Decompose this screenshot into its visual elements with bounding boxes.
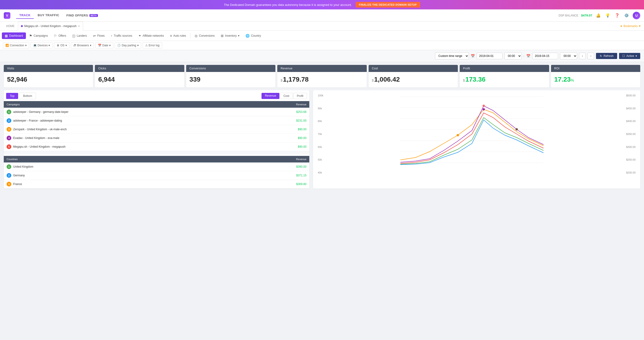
nav-inventory[interactable]: ⊞ Inventory ▾ [218,32,242,39]
tab-label: Megapu.sh - United Kingdom - megapush [24,24,76,28]
campaign-name-cell: 4 Evadav - United Kingdom - eva-male [4,134,251,142]
active-button[interactable]: ☐ Active ▾ [619,53,640,59]
country-name: United Kingdom [13,165,33,168]
date-icon: 📅 [98,44,102,47]
y-label-4: 70k [318,133,324,135]
campaign-name-cell: 3 Zeropark - United Kingdom - uk-male-en… [4,125,251,134]
nav-campaigns[interactable]: ⚑ Campaigns [26,32,51,39]
error-icon: ⚠ [145,44,148,47]
nav-separator [190,33,190,38]
lightbulb-icon[interactable]: 💡 [604,12,611,18]
devices-filter[interactable]: 💻 Devices ▾ [30,42,53,48]
countries-table: Countries Revenue 1 United Kingdom $390.… [4,156,309,189]
date-to-input[interactable] [532,53,558,59]
nav-landers[interactable]: ◫ Landers [70,32,90,39]
stat-cost: Cost $1,006.42 [368,65,458,87]
row-number: 3 [6,182,11,186]
dsp-amount: $479.07 [581,14,592,17]
gear-icon[interactable]: ⚙️ [623,12,630,18]
svg-point-9 [457,134,459,136]
header-right: DSP BALANCE $479.07 🔔 💡 ❓ ⚙️ U [558,12,640,19]
nav-find-offers[interactable]: FIND OFFERS beta [63,12,101,19]
table-row[interactable]: 3 Zeropark - United Kingdom - uk-male-en… [4,125,309,134]
browsers-filter[interactable]: 🗗 Browsers ▾ [71,42,94,48]
table-row[interactable]: 1 adskeeper - Germany - germany-date-kep… [4,108,309,116]
question-icon[interactable]: ❓ [614,12,620,18]
table-row[interactable]: 2 adskeeper - France - adskeeper-dating … [4,116,309,125]
avatar[interactable]: U [633,12,640,19]
os-filter[interactable]: 🖥 OS ▾ [54,42,69,48]
country-name-cell: 3 France [4,180,208,189]
connection-icon: 📶 [6,44,9,47]
inventory-icon: ⊞ [221,34,224,38]
tab-top[interactable]: Top [6,93,18,99]
table-row[interactable]: 4 Evadav - United Kingdom - eva-male $90… [4,134,309,142]
y-label-3: 80k [318,120,324,122]
y-right-label-2: $450.00 [626,107,636,110]
auto-rules-icon: ≡ [170,34,172,38]
next-arrow[interactable]: › [588,53,594,59]
svg-point-10 [516,128,518,130]
table-row[interactable]: 2 Germany $371.15 [4,171,309,180]
metric-cost[interactable]: Cost [280,93,293,99]
nav-conversions[interactable]: ◎ Conversions [192,32,218,39]
prev-arrow[interactable]: ‹ [579,53,586,59]
nav-offers[interactable]: ⚐ Offers [51,32,69,39]
y-label-5: 60k [318,146,324,148]
stat-revenue: Revenue $1,179.78 [277,65,366,87]
nav-flows[interactable]: ⇌ Flows [90,32,107,39]
metric-profit[interactable]: Profit [293,93,307,99]
bottom-section: Top Bottom Revenue Cost Profit Campaigns… [0,90,644,192]
day-parting-filter[interactable]: 🕐 Day parting ▾ [115,42,141,48]
countries-col-header: Countries [4,156,208,162]
landers-icon: ◫ [72,34,75,38]
connection-filter[interactable]: 📶 Connection ▾ [3,42,29,48]
flows-icon: ⇌ [93,34,96,38]
y-right-label-4: $350.00 [626,133,636,135]
tab-active[interactable]: Megapu.sh - United Kingdom - megapush ✕ [18,22,83,30]
nav-buy-traffic[interactable]: BUY TRAFFIC [34,12,62,19]
bell-icon[interactable]: 🔔 [595,12,602,18]
row-number: 1 [6,164,11,169]
tab-bottom[interactable]: Bottom [19,93,36,99]
date-from-input[interactable] [477,53,502,59]
table-row[interactable]: 1 United Kingdom $390.00 [4,162,309,171]
table-row[interactable]: 3 France $309.80 [4,180,309,189]
tab-home[interactable]: HOME [3,23,18,29]
bookmarks-button[interactable]: ★ Bookmarks ▼ [620,24,641,28]
cal-to-icon[interactable]: 📅 [526,54,530,58]
nav-dashboard[interactable]: ▦ Dashboard [2,32,26,39]
main-nav: ▦ Dashboard ⚑ Campaigns ⚐ Offers ◫ Lande… [0,30,644,41]
stat-revenue-value: $1,179.78 [277,72,366,87]
y-label-7: 40k [318,171,324,174]
refresh-button[interactable]: ↻ Refresh [596,53,617,59]
stat-cost-value: $1,006.42 [368,72,458,87]
header: V TRACK BUY TRAFFIC FIND OFFERS beta DSP… [0,9,644,22]
logo[interactable]: V [4,12,10,19]
nav-country[interactable]: 🌐 Country [243,32,264,39]
stat-profit: Profit $173.36 [460,65,549,87]
time-from-select[interactable]: 00:00 [504,52,522,59]
banner-message: The Dedicated Domain guarantees you data… [224,3,352,6]
table-row[interactable]: 5 Megapu.sh - United Kingdom - megapush … [4,142,309,151]
finalize-button[interactable]: FINALIZE THE DEDICATED DOMAIN SETUP [356,2,420,7]
nav-track[interactable]: TRACK [16,12,34,19]
metric-revenue[interactable]: Revenue [262,93,280,99]
error-log-filter[interactable]: ⚠ Error log [143,42,162,48]
stats-row: Visits 52,946 Clicks 6,944 Conversions 3… [0,62,644,90]
stat-visits: Visits 52,946 [4,65,93,87]
conversions-icon: ◎ [195,34,198,38]
tab-bar: HOME Megapu.sh - United Kingdom - megapu… [0,22,644,30]
tab-close-icon[interactable]: ✕ [78,25,80,28]
time-range-selector[interactable]: Custom time range [435,52,469,59]
time-to-select[interactable]: 00:00 [560,52,577,59]
nav-traffic-sources[interactable]: ↑ Traffic sources [108,32,135,39]
stat-visits-value: 52,946 [4,72,93,87]
y-axis-right: $500.00 $450.00 $400.00 $350.00 $300.00 … [625,94,636,174]
nav-affiliate-networks[interactable]: ⚭ Affiliate networks [136,32,167,39]
date-filter[interactable]: 📅 Date ▾ [95,42,113,48]
traffic-icon: ↑ [111,34,112,38]
cal-from-icon[interactable]: 📅 [471,54,475,58]
devices-icon: 💻 [33,44,37,47]
nav-auto-rules[interactable]: ≡ Auto rules [167,32,189,39]
